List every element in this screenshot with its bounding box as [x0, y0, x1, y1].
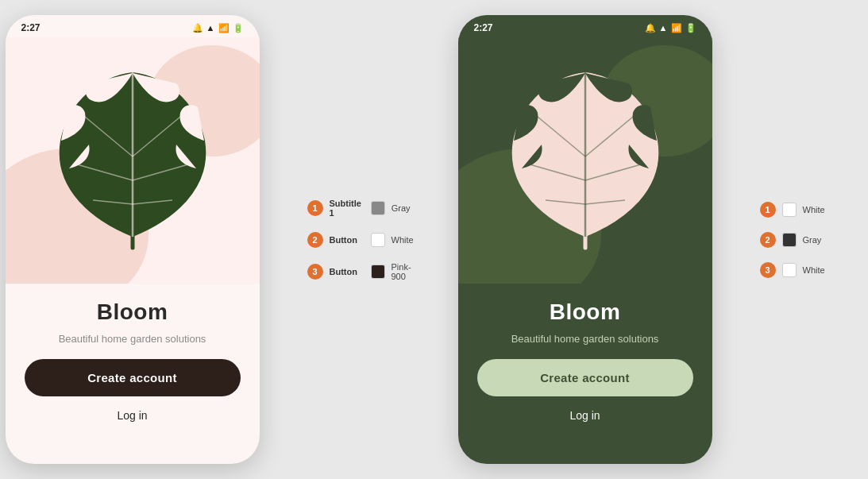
right-phone: 2:27 🔔 ▲ 📶 🔋 [458, 15, 712, 464]
annotation-item-1-left: 1 Subtitle 1 Gray [307, 199, 411, 218]
status-bar-left: 2:27 🔔 ▲ 📶 🔋 [6, 15, 260, 37]
annotation-circle-2-right: 2 [760, 232, 776, 248]
annotation-color-3-left: Pink-900 [392, 262, 411, 281]
status-bar-right: 2:27 🔔 ▲ 📶 🔋 [458, 15, 712, 37]
annotation-color-1-right: White [803, 205, 825, 214]
signal-icon-right: 📶 [671, 23, 682, 33]
annotation-label-3-left: Button [330, 267, 365, 276]
annotation-circle-1-right: 1 [760, 202, 776, 218]
app-title-right: Bloom [550, 299, 621, 325]
leaf-container-left [37, 53, 228, 260]
left-annotation-panel: 1 Subtitle 1 Gray 2 Button White 3 Butto… [307, 199, 411, 281]
wifi-icon-right: ▲ [659, 23, 668, 33]
annotation-swatch-3-left [371, 265, 385, 279]
status-time-left: 2:27 [21, 22, 41, 33]
content-area-right: Bloom Beautiful home garden solutions Cr… [458, 284, 712, 442]
annotation-color-1-left: Gray [392, 203, 411, 213]
app-subtitle-left: Beautiful home garden solutions [59, 333, 206, 345]
status-time-right: 2:27 [474, 22, 493, 33]
app-title-left: Bloom [97, 299, 168, 325]
wifi-icon: ▲ [206, 23, 215, 33]
content-area-left: Bloom Beautiful home garden solutions Cr… [6, 284, 260, 442]
leaf-svg-left [45, 61, 220, 252]
annotation-swatch-1-right [782, 203, 797, 217]
annotation-item-3-right: 3 White [760, 262, 863, 278]
annotation-label-2-left: Button [330, 235, 365, 245]
annotation-swatch-2-left [371, 233, 385, 247]
leaf-container-right [490, 53, 681, 260]
annotation-swatch-1-left [371, 201, 385, 215]
annotation-label-1-left: Subtitle 1 [330, 199, 365, 218]
annotation-item-2-right: 2 Gray [760, 232, 863, 248]
annotation-color-2-right: Gray [803, 235, 822, 245]
left-phone: 2:27 🔔 ▲ 📶 🔋 [6, 15, 260, 464]
volume-icon: 🔔 [192, 23, 203, 33]
hero-area-left [6, 37, 260, 284]
right-annotation-panel: 1 White 2 Gray 3 White [760, 202, 863, 278]
hero-area-right [458, 37, 712, 284]
page-wrapper: 2:27 🔔 ▲ 📶 🔋 [0, 0, 868, 479]
app-subtitle-right: Beautiful home garden solutions [511, 333, 659, 345]
battery-icon-right: 🔋 [685, 23, 696, 33]
volume-icon-right: 🔔 [645, 23, 656, 33]
status-icons-left: 🔔 ▲ 📶 🔋 [192, 23, 244, 33]
annotation-item-2-left: 2 Button White [307, 232, 411, 248]
annotation-item-3-left: 3 Button Pink-900 [307, 262, 411, 281]
create-account-button-left[interactable]: Create account [25, 359, 241, 396]
login-button-left[interactable]: Log in [112, 404, 152, 427]
signal-icon: 📶 [218, 23, 230, 33]
annotation-color-2-left: White [392, 235, 414, 245]
leaf-svg-right [498, 61, 673, 252]
annotation-item-1-right: 1 White [760, 202, 863, 218]
annotation-swatch-3-right [782, 263, 797, 277]
annotation-circle-3-left: 3 [307, 264, 323, 280]
login-button-right[interactable]: Log in [565, 404, 604, 427]
annotation-swatch-2-right [782, 233, 797, 247]
status-icons-right: 🔔 ▲ 📶 🔋 [645, 23, 696, 33]
annotation-circle-3-right: 3 [760, 262, 776, 278]
annotation-circle-1-left: 1 [307, 200, 323, 216]
battery-icon: 🔋 [233, 23, 244, 33]
create-account-button-right[interactable]: Create account [477, 359, 693, 396]
annotation-color-3-right: White [803, 265, 825, 275]
annotation-circle-2-left: 2 [307, 232, 323, 248]
